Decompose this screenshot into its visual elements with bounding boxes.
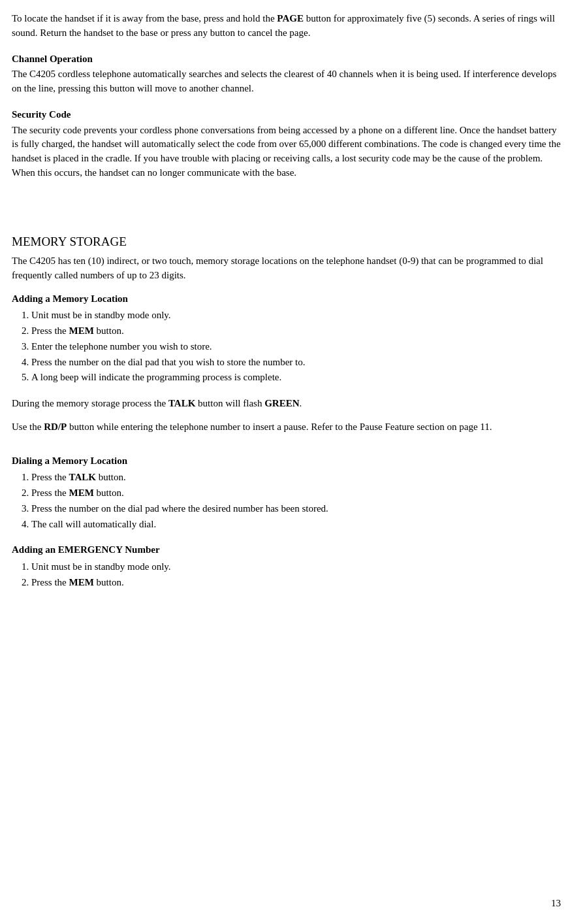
green-bold: GREEN [264,398,299,408]
list-item: Press the MEM button. [31,576,561,590]
channel-operation-title: Channel Operation [12,52,561,67]
talk-green-note: During the memory storage process the TA… [12,397,561,411]
e-step2-bold: MEM [69,577,94,587]
list-item: Unit must be in standby mode only. [31,308,561,323]
step3-text: Enter the telephone number you wish to s… [31,341,212,352]
step4-text: Press the number on the dial pad that yo… [31,357,306,367]
spacer3 [12,444,561,454]
step5-text: A long beep will indicate the programmin… [31,372,281,382]
page-number: 13 [551,897,561,911]
dialing-memory-title: Dialing a Memory Location [12,454,561,469]
d-step3-text: Press the number on the dial pad where t… [31,503,328,514]
intro-paragraph: To locate the handset if it is away from… [12,12,561,41]
note-after: . [300,398,302,408]
spacer2 [12,203,561,213]
rdp-note: Use the RD/P button while entering the t… [12,420,561,435]
memory-storage-body: The C4205 has ten (10) indirect, or two … [12,254,561,283]
list-item: Press the TALK button. [31,470,561,485]
memory-storage-section: MEMORY STORAGE The C4205 has ten (10) in… [12,233,561,590]
list-item: Press the number on the dial pad where t… [31,502,561,516]
d-step1-after: button. [96,472,126,482]
adding-memory-title: Adding a Memory Location [12,292,561,306]
adding-memory-section: Adding a Memory Location Unit must be in… [12,292,561,386]
talk-bold: TALK [168,398,195,408]
rdp-before: Use the [12,421,44,432]
dialing-memory-list: Press the TALK button. Press the MEM but… [31,470,561,531]
page-content: To locate the handset if it is away from… [12,12,561,590]
list-item: Unit must be in standby mode only. [31,560,561,574]
d-step1-before: Press the [31,472,69,482]
rdp-bold: RD/P [44,421,67,432]
memory-storage-title: MEMORY STORAGE [12,233,561,251]
emergency-list: Unit must be in standby mode only. Press… [31,560,561,590]
list-item: Enter the telephone number you wish to s… [31,340,561,354]
e-step2-after: button. [94,577,124,587]
channel-operation-body: The C4205 cordless telephone automatical… [12,67,561,96]
channel-operation-section: Channel Operation The C4205 cordless tel… [12,52,561,96]
d-step4-text: The call will automatically dial. [31,519,156,529]
step1-text: Unit must be in standby mode only. [31,310,171,320]
dialing-memory-section: Dialing a Memory Location Press the TALK… [12,454,561,532]
list-item: The call will automatically dial. [31,518,561,532]
d-step2-bold: MEM [69,487,94,498]
intro-text-before: To locate the handset if it is away from… [12,13,277,24]
adding-memory-list: Unit must be in standby mode only. Press… [31,308,561,385]
step2-after: button. [94,325,124,336]
note-middle: button will flash [195,398,264,408]
e-step2-before: Press the [31,577,69,587]
note-before: During the memory storage process the [12,398,168,408]
rdp-after: button while entering the telephone numb… [67,421,492,432]
d-step1-bold: TALK [69,472,96,482]
emergency-title: Adding an EMERGENCY Number [12,543,561,557]
intro-bold: PAGE [277,13,304,24]
list-item: Press the number on the dial pad that yo… [31,355,561,370]
e-step1-text: Unit must be in standby mode only. [31,561,171,572]
d-step2-before: Press the [31,487,69,498]
list-item: A long beep will indicate the programmin… [31,371,561,385]
step2-bold: MEM [69,325,94,336]
step2-before: Press the [31,325,69,336]
list-item: Press the MEM button. [31,324,561,338]
list-item: Press the MEM button. [31,486,561,501]
d-step2-after: button. [94,487,124,498]
security-code-section: Security Code The security code prevents… [12,108,561,180]
security-code-title: Security Code [12,108,561,122]
spacer1 [12,192,561,203]
security-code-body: The security code prevents your cordless… [12,124,561,180]
emergency-section: Adding an EMERGENCY Number Unit must be … [12,543,561,589]
